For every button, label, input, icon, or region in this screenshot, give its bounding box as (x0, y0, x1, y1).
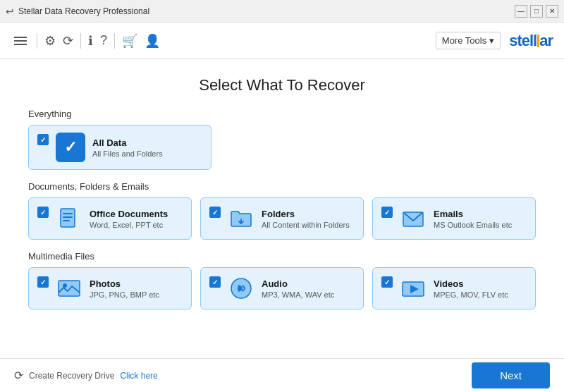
section-documents-label: Documents, Folders & Emails (28, 181, 536, 192)
main-content: Select What To Recover Everything ✓ All … (0, 59, 564, 358)
bottom-bar: ⟳ Create Recovery Drive Click here Next (0, 358, 564, 392)
maximize-button[interactable]: □ (530, 5, 543, 18)
videos-icon (400, 275, 427, 302)
toolbar-left: ⚙ ⟳ ℹ ? 🛒 👤 (11, 33, 160, 49)
audio-subtitle: MP3, WMA, WAV etc (262, 290, 334, 299)
videos-subtitle: MPEG, MOV, FLV etc (434, 290, 508, 299)
card-emails[interactable]: Emails MS Outlook Emails etc (372, 197, 536, 240)
card-videos[interactable]: Videos MPEG, MOV, FLV etc (372, 267, 536, 310)
section-everything-label: Everything (28, 109, 536, 119)
recovery-drive-label: Create Recovery Drive (29, 371, 114, 381)
history-icon[interactable]: ⟳ (63, 33, 73, 49)
photos-subtitle: JPG, PNG, BMP etc (90, 290, 159, 299)
close-button[interactable]: ✕ (546, 5, 558, 18)
section-multimedia: Multimedia Files Photos JPG, PNG, BMP et… (28, 251, 536, 310)
card-audio[interactable]: Audio MP3, WMA, WAV etc (200, 267, 364, 310)
toolbar: ⚙ ⟳ ℹ ? 🛒 👤 More Tools ▾ stellar (0, 23, 564, 59)
videos-title: Videos (434, 278, 508, 289)
account-icon[interactable]: 👤 (145, 33, 160, 49)
svg-rect-1 (63, 213, 73, 214)
window-controls[interactable]: — □ ✕ (515, 5, 558, 18)
emails-text: Emails MS Outlook Emails etc (434, 209, 512, 229)
recovery-drive-icon: ⟳ (14, 369, 23, 382)
stellar-logo: stellar (509, 32, 553, 50)
folder-icon (228, 205, 255, 232)
minimize-button[interactable]: — (515, 5, 527, 18)
section-multimedia-label: Multimedia Files (28, 251, 536, 262)
toolbar-separator (37, 33, 37, 49)
svg-rect-5 (59, 281, 80, 296)
office-text: Office Documents Word, Excel, PPT etc (90, 209, 168, 229)
help-icon[interactable]: ? (100, 33, 107, 48)
stellar-bar-icon (537, 35, 539, 47)
section-documents: Documents, Folders & Emails Office Docum… (28, 181, 536, 240)
card-folders[interactable]: Folders All Content within Folders (200, 197, 364, 240)
office-subtitle: Word, Excel, PPT etc (90, 221, 168, 229)
undo-icon: ↩ (6, 6, 14, 17)
section-everything: Everything ✓ All Data All Files and Fold… (28, 109, 536, 170)
emails-title: Emails (434, 209, 512, 219)
checkbox-folders[interactable] (209, 207, 221, 218)
folders-text: Folders All Content within Folders (262, 209, 350, 229)
toolbar-right: More Tools ▾ stellar (436, 32, 553, 50)
photos-text: Photos JPG, PNG, BMP etc (90, 278, 159, 299)
dropdown-arrow-icon: ▾ (489, 35, 494, 46)
folders-title: Folders (262, 209, 350, 219)
audio-text: Audio MP3, WMA, WAV etc (262, 278, 334, 299)
office-icon (56, 205, 82, 232)
all-data-icon: ✓ (56, 133, 85, 162)
page-title: Select What To Recover (28, 76, 536, 94)
all-data-text: All Data All Files and Folders (92, 137, 163, 158)
checkbox-office[interactable] (37, 207, 49, 218)
photos-title: Photos (90, 278, 159, 289)
cart-icon[interactable]: 🛒 (122, 33, 137, 49)
more-tools-button[interactable]: More Tools ▾ (436, 32, 501, 49)
email-icon (400, 205, 427, 232)
folders-subtitle: All Content within Folders (262, 221, 350, 229)
checkbox-all-data[interactable] (37, 134, 49, 145)
svg-point-6 (63, 283, 67, 288)
more-tools-label: More Tools (442, 35, 486, 46)
next-button[interactable]: Next (472, 362, 550, 388)
checkbox-videos[interactable] (381, 276, 393, 288)
bottom-left: ⟳ Create Recovery Drive Click here (14, 369, 158, 382)
multimedia-cards-row: Photos JPG, PNG, BMP etc Audio MP3, WMA,… (28, 267, 536, 310)
info-icon[interactable]: ℹ (88, 33, 93, 49)
toolbar-separator2 (80, 33, 81, 49)
svg-rect-3 (63, 220, 70, 221)
all-data-subtitle: All Files and Folders (92, 149, 163, 158)
card-photos[interactable]: Photos JPG, PNG, BMP etc (28, 267, 192, 310)
app-title: Stellar Data Recovery Professional (18, 6, 149, 16)
documents-cards-row: Office Documents Word, Excel, PPT etc Fo… (28, 197, 536, 240)
checkbox-audio[interactable] (209, 276, 221, 288)
card-all-data[interactable]: ✓ All Data All Files and Folders (28, 125, 212, 170)
audio-title: Audio (262, 278, 334, 289)
menu-button[interactable] (11, 34, 30, 48)
svg-rect-2 (63, 216, 73, 218)
checkbox-emails[interactable] (381, 207, 393, 218)
videos-text: Videos MPEG, MOV, FLV etc (434, 278, 508, 299)
photos-icon (56, 275, 82, 302)
settings-icon[interactable]: ⚙ (44, 33, 56, 49)
title-bar: ↩ Stellar Data Recovery Professional — □… (0, 0, 564, 23)
emails-subtitle: MS Outlook Emails etc (434, 221, 512, 229)
title-bar-left: ↩ Stellar Data Recovery Professional (6, 6, 149, 17)
all-data-title: All Data (92, 137, 163, 148)
checkbox-photos[interactable] (37, 276, 49, 288)
everything-cards-row: ✓ All Data All Files and Folders (28, 125, 536, 170)
toolbar-separator3 (114, 33, 115, 49)
audio-icon (228, 275, 255, 302)
click-here-link[interactable]: Click here (120, 371, 157, 381)
card-office-documents[interactable]: Office Documents Word, Excel, PPT etc (28, 197, 192, 240)
office-title: Office Documents (90, 209, 168, 219)
